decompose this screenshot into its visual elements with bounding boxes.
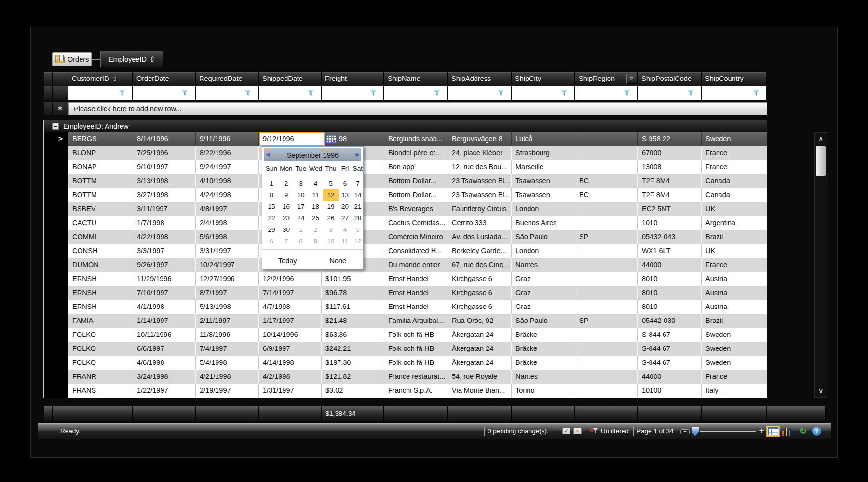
grid-cell[interactable]: 2/11/1997 [196, 314, 259, 328]
zoom-out-button[interactable]: − [680, 429, 690, 434]
table-row[interactable]: BSBEV3/11/19974/8/1997B's BeveragesFaunt… [44, 202, 767, 216]
table-row[interactable]: FOLKO6/6/19977/4/19976/9/1997$242.21Folk… [44, 342, 767, 356]
table-row[interactable]: ERNSH4/1/19985/13/19984/7/1998$117.61Ern… [44, 300, 767, 314]
calendar-day[interactable]: 13 [339, 189, 352, 201]
grid-cell[interactable]: 05442-030 [638, 314, 702, 328]
column-header-shipcountry[interactable]: ShipCountry [702, 72, 767, 86]
calendar-day[interactable]: 20 [339, 201, 352, 212]
filter-funnel-icon[interactable] [434, 90, 440, 96]
column-header-orderdate[interactable]: OrderDate [133, 72, 196, 86]
grid-cell[interactable]: 1/7/1998 [133, 216, 196, 230]
grid-cell[interactable]: FRANS [68, 384, 133, 398]
filter-funnel-icon[interactable] [561, 90, 568, 96]
grid-cell[interactable]: Av. dos Lusíada... [448, 230, 512, 244]
grid-cell[interactable]: Berguvsvägen 8 [448, 132, 512, 146]
grid-cell[interactable]: Folk och fä HB [384, 328, 448, 342]
grid-cell[interactable]: Familia Arquibal... [384, 314, 448, 328]
column-header-shipcity[interactable]: ShipCity [512, 72, 575, 86]
grid-cell[interactable]: 24, place Kléber [448, 146, 512, 160]
grid-cell[interactable]: Brazil [702, 314, 767, 328]
cancel-changes-icon[interactable]: × [573, 428, 582, 434]
grid-cell[interactable]: 8/22/1996 [196, 146, 259, 160]
grid-cell[interactable]: $242.21 [322, 342, 384, 356]
grid-cell[interactable]: Sweden [702, 132, 767, 146]
calendar-day[interactable]: 25 [308, 212, 323, 224]
calendar-day[interactable]: 2 [279, 177, 294, 189]
filter-cell-shippostalcode[interactable] [638, 86, 702, 100]
grid-cell[interactable]: WX1 6LT [638, 244, 702, 258]
calendar-day[interactable]: 1 [294, 224, 308, 235]
calendar-day[interactable]: 2 [308, 224, 323, 235]
table-row[interactable]: FOLKO10/11/199611/8/199610/14/1996$63.36… [44, 328, 767, 342]
grid-cell[interactable]: Cerrito 333 [448, 216, 512, 230]
grid-cell[interactable]: 3/11/1997 [133, 202, 196, 216]
grid-cell[interactable]: 23 Tsawassen Bl... [448, 188, 512, 202]
calendar-day[interactable]: 10 [323, 235, 339, 247]
column-header-requireddate[interactable]: RequiredDate [196, 72, 259, 86]
filter-funnel-icon[interactable] [370, 90, 377, 96]
grid-cell[interactable]: 67, rue des Cinq... [448, 258, 512, 272]
grid-cell[interactable]: Bottom-Dollar... [384, 188, 448, 202]
grid-cell[interactable]: 4/2/1998 [259, 370, 322, 384]
filter-funnel-icon[interactable] [307, 90, 314, 96]
grid-cell[interactable]: Blondel père et... [384, 146, 448, 160]
grid-cell[interactable] [575, 328, 638, 342]
grid-cell[interactable]: 4/8/1997 [196, 202, 259, 216]
grid-cell[interactable]: T2F 8M4 [638, 188, 702, 202]
grid-cell[interactable]: SP [575, 314, 638, 328]
calendar-day[interactable]: 7 [279, 235, 294, 247]
grid-cell[interactable]: Argentina [702, 216, 767, 230]
grid-cell[interactable]: Bräcke [512, 356, 575, 370]
grid-cell[interactable]: BSBEV [68, 202, 133, 216]
grid-cell[interactable]: 7/4/1997 [196, 342, 259, 356]
grid-cell[interactable]: 8010 [638, 272, 702, 286]
filter-cell-shipname[interactable] [384, 86, 448, 100]
grid-cell[interactable]: CONSH [68, 244, 133, 258]
scroll-up-button[interactable]: ∧ [815, 133, 827, 145]
grid-cell[interactable]: 1/17/1997 [259, 314, 322, 328]
grid-cell[interactable]: 11/29/1996 [133, 272, 196, 286]
filter-funnel-icon[interactable] [687, 90, 694, 96]
grid-cell[interactable]: $63.36 [322, 328, 384, 342]
grid-cell[interactable]: Canada [702, 188, 767, 202]
grid-cell[interactable]: Ernst Handel [384, 272, 448, 286]
grid-cell[interactable]: Sweden [702, 328, 767, 342]
calendar-day[interactable]: 17 [294, 201, 308, 212]
grid-cell[interactable]: 4/14/1998 [259, 356, 322, 370]
calendar-day[interactable]: 18 [308, 201, 323, 212]
grid-cell[interactable]: Graz [512, 286, 575, 300]
grid-cell[interactable] [575, 370, 638, 384]
grid-cell[interactable]: 10/11/1996 [133, 328, 196, 342]
grid-cell[interactable]: São Paulo [512, 230, 575, 244]
grid-cell[interactable] [575, 342, 638, 356]
grid-cell[interactable]: B's Beverages [384, 202, 448, 216]
grid-cell[interactable]: 7/14/1997 [259, 286, 322, 300]
calendar-dropdown-button[interactable] [325, 134, 337, 145]
grid-cell[interactable]: ERNSH [68, 300, 133, 314]
table-row[interactable]: BOTTM3/27/19984/24/1998Bottom-Dollar...2… [44, 188, 767, 202]
group-row[interactable]: EmployeeID: Andrew [44, 120, 767, 132]
grid-cell[interactable]: Luleå [512, 132, 575, 146]
grid-cell[interactable]: Fauntleroy Circus [448, 202, 512, 216]
grid-cell[interactable]: Torino [512, 384, 575, 398]
table-row[interactable]: FRANR3/24/19984/21/19984/2/1998$121.82Fr… [44, 370, 767, 384]
grid-cell[interactable]: 1/14/1997 [133, 314, 196, 328]
grid-cell[interactable]: 05432-043 [638, 230, 702, 244]
scroll-thumb[interactable] [816, 146, 826, 176]
grid-cell[interactable]: 11/8/1996 [196, 328, 259, 342]
grid-cell[interactable]: 3/3/1997 [133, 244, 196, 258]
grid-cell[interactable]: 1/22/1997 [133, 384, 196, 398]
calendar-day[interactable]: 30 [279, 224, 294, 235]
grid-cell[interactable]: 12, rue des Bou... [448, 160, 512, 174]
calendar-day[interactable]: 11 [339, 235, 352, 247]
help-icon[interactable]: ? [812, 427, 821, 436]
calendar-selected-day[interactable]: 12 [323, 189, 339, 201]
grid-cell[interactable]: $101.95 [322, 272, 384, 286]
grid-cell[interactable]: T2F 8M4 [638, 174, 702, 188]
calendar-next-month-button[interactable]: ▶ [356, 151, 360, 158]
grid-cell[interactable] [575, 160, 638, 174]
grid-cell[interactable]: 5/13/1998 [196, 300, 259, 314]
calendar-prev-month-button[interactable]: ◀ [266, 151, 270, 158]
grid-cell[interactable]: Consolidated H... [384, 244, 448, 258]
calendar-day[interactable]: 9 [308, 235, 323, 247]
